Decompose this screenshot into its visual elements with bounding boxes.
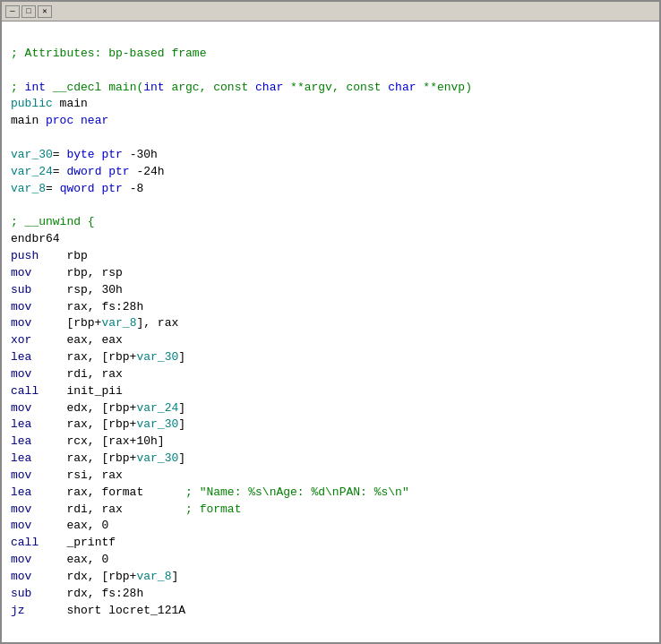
line-blank-1 — [11, 29, 650, 46]
line-var24: var_24= dword ptr -24h — [11, 164, 650, 181]
line-mov-rdi-rax: mov rdi, rax — [11, 366, 650, 383]
title-bar: — □ ✕ — [2, 2, 659, 21]
line-call-init: call init_pii — [11, 383, 650, 400]
close-button[interactable]: ✕ — [38, 5, 52, 18]
maximize-button[interactable]: □ — [21, 5, 36, 18]
line-blank-3 — [11, 130, 650, 147]
line-lea-format: lea rax, format ; "Name: %s\nAge: %d\nPA… — [11, 485, 650, 502]
line-xor-eax: xor eax, eax — [11, 332, 650, 349]
minimize-button[interactable]: — — [5, 5, 20, 18]
line-endbr64: endbr64 — [11, 231, 650, 248]
main-window: — □ ✕ ; Attributes: bp-based frame ; int… — [0, 0, 661, 644]
line-mov-rdx-var8: mov rdx, [rbp+var_8] — [11, 569, 650, 586]
line-mov-rsi: mov rsi, rax — [11, 468, 650, 485]
line-mov-rbp: mov rbp, rsp — [11, 265, 650, 282]
line-mov-edx: mov edx, [rbp+var_24] — [11, 400, 650, 417]
line-blank-4 — [11, 197, 650, 214]
line-lea-rax-var30-2: lea rax, [rbp+var_30] — [11, 416, 650, 434]
line-mov-rbp-var8: mov [rbp+var_8], rax — [11, 315, 650, 332]
line-comment-unwind: ; __unwind { — [11, 214, 650, 231]
line-lea-rax-var30: lea rax, [rbp+var_30] — [11, 349, 650, 366]
line-mov-eax-0-2: mov eax, 0 — [11, 552, 650, 569]
line-var30: var_30= byte ptr -30h — [11, 147, 650, 164]
line-blank-2 — [11, 63, 650, 80]
code-area: ; Attributes: bp-based frame ; int __cde… — [2, 21, 659, 642]
line-lea-rcx: lea rcx, [rax+10h] — [11, 434, 650, 451]
line-mov-rax-fs: mov rax, fs:28h — [11, 299, 650, 316]
line-comment-signature: ; int __cdecl main(int argc, const char … — [11, 80, 650, 97]
line-public-main: public main — [11, 96, 650, 113]
line-mov-eax-0: mov eax, 0 — [11, 518, 650, 535]
line-push: push rbp — [11, 248, 650, 265]
line-comment-attributes: ; Attributes: bp-based frame — [11, 46, 650, 63]
line-mov-rdi-format: mov rdi, rax ; format — [11, 502, 650, 519]
line-call-printf: call _printf — [11, 535, 650, 552]
line-lea-rax-var30-3: lea rax, [rbp+var_30] — [11, 451, 650, 468]
line-main-proc: main proc near — [11, 113, 650, 130]
line-jz: jz short locret_121A — [11, 603, 650, 620]
line-sub-rdx-fs: sub rdx, fs:28h — [11, 586, 650, 603]
line-sub-rsp: sub rsp, 30h — [11, 282, 650, 299]
line-var8: var_8= qword ptr -8 — [11, 181, 650, 198]
